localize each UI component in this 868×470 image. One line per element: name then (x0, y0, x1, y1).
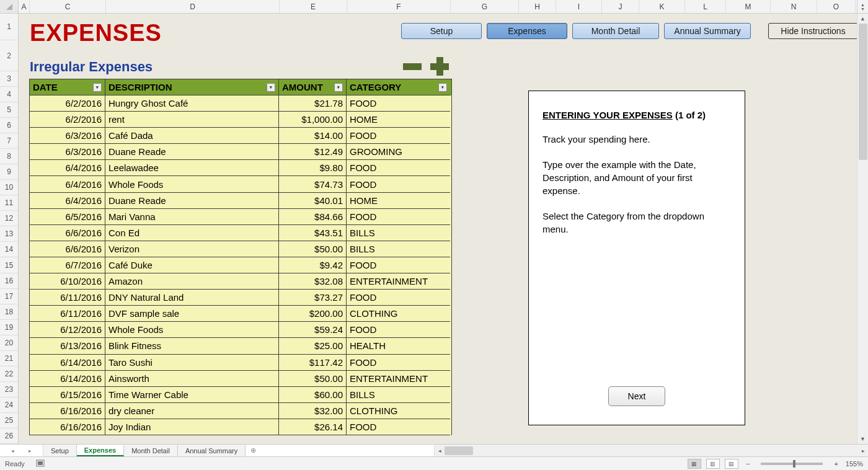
cell-date[interactable]: 6/10/2016 (30, 273, 105, 290)
column-header-G[interactable]: G (451, 0, 519, 13)
cell-category[interactable]: FOOD (347, 176, 450, 192)
row-header-10[interactable]: 10 (0, 180, 18, 195)
column-header-I[interactable]: I (556, 0, 602, 13)
cell-amount[interactable]: $43.51 (279, 225, 347, 241)
cell-date[interactable]: 6/3/2016 (30, 144, 105, 160)
row-header-14[interactable]: 14 (0, 242, 18, 257)
row-header-25[interactable]: 25 (0, 413, 18, 428)
cell-amount[interactable]: $14.00 (279, 128, 347, 144)
minus-icon[interactable] (402, 56, 423, 79)
cell-description[interactable]: Time Warner Cable (105, 387, 279, 403)
macro-record-icon[interactable] (36, 459, 45, 469)
cell-date[interactable]: 6/13/2016 (30, 338, 105, 354)
cell-description[interactable]: Blink Fitness (105, 338, 279, 354)
cell-amount[interactable]: $32.00 (279, 403, 347, 419)
cell-category[interactable]: BILLS (347, 241, 450, 257)
cell-category[interactable]: FOOD (347, 290, 450, 306)
filter-drop-icon[interactable]: ▾ (93, 83, 102, 92)
column-header-O[interactable]: O (817, 0, 856, 13)
cell-category[interactable]: FOOD (347, 322, 450, 338)
row-header-13[interactable]: 13 (0, 226, 18, 242)
cell-description[interactable]: Con Ed (105, 225, 279, 241)
cell-category[interactable]: FOOD (347, 419, 450, 435)
worksheet-tab-expenses[interactable]: Expenses (77, 445, 124, 456)
cell-amount[interactable]: $73.27 (279, 290, 347, 306)
column-header-M[interactable]: M (726, 0, 771, 13)
cell-category[interactable]: GROOMING (347, 144, 450, 160)
view-page-layout-icon[interactable]: ▥ (706, 459, 720, 469)
cell-description[interactable]: DNY Natural Land (105, 290, 279, 306)
column-header-D[interactable]: D (106, 0, 280, 13)
cell-category[interactable]: FOOD (347, 160, 450, 176)
cell-description[interactable]: Verizon (105, 241, 279, 257)
cell-date[interactable]: 6/5/2016 (30, 209, 105, 225)
hscroll-left-icon[interactable]: ◂ (435, 448, 445, 454)
cell-amount[interactable]: $50.00 (279, 241, 347, 257)
scroll-down-icon[interactable]: ▼ (857, 434, 868, 444)
cell-category[interactable]: HOME (347, 112, 450, 128)
cell-category[interactable]: HOME (347, 193, 450, 209)
row-header-9[interactable]: 9 (0, 164, 18, 180)
tab-nav-arrows[interactable]: ◂ ▸ (0, 445, 43, 456)
cell-description[interactable]: Whole Foods (105, 322, 279, 338)
zoom-slider[interactable] (761, 463, 823, 465)
cell-category[interactable]: ENTERTAINMENT (347, 371, 450, 387)
cell-amount[interactable]: $1,000.00 (279, 112, 347, 128)
cell-amount[interactable]: $84.66 (279, 209, 347, 225)
row-header-15[interactable]: 15 (0, 257, 18, 273)
worksheet-area[interactable]: EXPENSES Irregular Expenses Setup Expens… (19, 14, 857, 444)
column-header-L[interactable]: L (685, 0, 726, 13)
row-header-11[interactable]: 11 (0, 195, 18, 211)
hide-instructions-button[interactable]: Hide Instructions (768, 23, 857, 39)
cell-amount[interactable]: $25.00 (279, 338, 347, 354)
column-header-E[interactable]: E (280, 0, 347, 13)
row-header-5[interactable]: 5 (0, 102, 18, 118)
view-normal-icon[interactable]: ▦ (688, 459, 701, 469)
header-date[interactable]: DATE ▾ (30, 79, 105, 95)
cell-amount[interactable]: $26.14 (279, 419, 347, 435)
cell-date[interactable]: 6/7/2016 (30, 257, 105, 273)
cell-amount[interactable]: $60.00 (279, 387, 347, 403)
cell-category[interactable]: BILLS (347, 387, 450, 403)
header-category[interactable]: CATEGORY ▾ (347, 79, 450, 95)
cell-date[interactable]: 6/14/2016 (30, 371, 105, 387)
cell-amount[interactable]: $40.01 (279, 193, 347, 209)
column-header-H[interactable]: H (519, 0, 556, 13)
nav-setup-button[interactable]: Setup (401, 23, 482, 39)
cell-description[interactable]: Mari Vanna (105, 209, 279, 225)
cell-date[interactable]: 6/2/2016 (30, 112, 105, 128)
cell-description[interactable]: Café Duke (105, 257, 279, 273)
cell-date[interactable]: 6/2/2016 (30, 95, 105, 112)
view-page-break-icon[interactable]: ▤ (725, 459, 738, 469)
cell-description[interactable]: Hungry Ghost Café (105, 95, 279, 112)
cell-date[interactable]: 6/15/2016 (30, 387, 105, 403)
select-all-corner[interactable] (0, 0, 19, 13)
cell-date[interactable]: 6/16/2016 (30, 403, 105, 419)
row-header-23[interactable]: 23 (0, 382, 18, 397)
header-amount[interactable]: AMOUNT ▾ (279, 79, 347, 95)
zoom-level[interactable]: 155% (846, 460, 863, 468)
scroll-thumb[interactable] (859, 24, 867, 160)
cell-description[interactable]: Café Dada (105, 128, 279, 144)
cell-amount[interactable]: $50.00 (279, 371, 347, 387)
hscroll-right-icon[interactable]: ▸ (858, 448, 868, 454)
filter-drop-icon[interactable]: ▾ (438, 83, 447, 92)
worksheet-tab-setup[interactable]: Setup (43, 445, 77, 456)
cell-amount[interactable]: $59.24 (279, 322, 347, 338)
row-header-17[interactable]: 17 (0, 289, 18, 304)
row-header-1[interactable]: 1 (0, 14, 18, 40)
column-header-A[interactable]: A (19, 0, 30, 13)
column-header-C[interactable]: C (30, 0, 106, 13)
filter-drop-icon[interactable]: ▾ (334, 83, 343, 92)
cell-date[interactable]: 6/11/2016 (30, 290, 105, 306)
cell-description[interactable]: Leelawadee (105, 160, 279, 176)
cell-date[interactable]: 6/4/2016 (30, 193, 105, 209)
row-header-19[interactable]: 19 (0, 320, 18, 335)
cell-date[interactable]: 6/4/2016 (30, 176, 105, 192)
row-header-26[interactable]: 26 (0, 428, 18, 444)
cell-amount[interactable]: $200.00 (279, 306, 347, 322)
column-header-K[interactable]: K (639, 0, 685, 13)
row-header-18[interactable]: 18 (0, 304, 18, 320)
cell-date[interactable]: 6/4/2016 (30, 160, 105, 176)
cell-description[interactable]: Ainsworth (105, 371, 279, 387)
